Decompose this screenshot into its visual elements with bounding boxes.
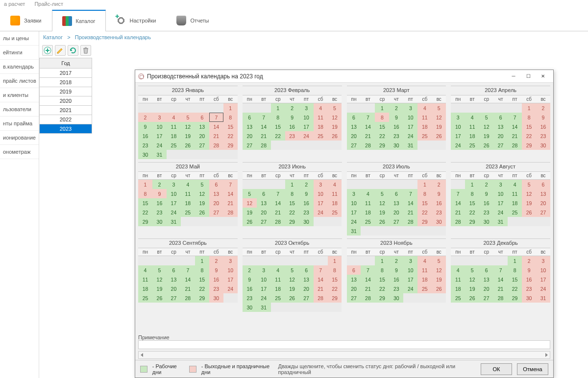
day-cell[interactable]: 12	[195, 189, 209, 198]
day-cell[interactable]: 2	[138, 113, 152, 122]
day-cell[interactable]: 25	[271, 293, 285, 303]
day-cell[interactable]: 12	[522, 189, 536, 198]
day-cell[interactable]: 14	[361, 122, 375, 131]
day-cell[interactable]: 30	[536, 141, 550, 150]
day-cell[interactable]: 25	[314, 131, 328, 141]
day-cell[interactable]: 10	[347, 198, 361, 208]
day-cell[interactable]: 9	[243, 275, 257, 284]
day-cell[interactable]: 9	[389, 113, 403, 122]
day-cell[interactable]: 18	[138, 284, 152, 293]
day-cell[interactable]: 31	[257, 303, 271, 312]
sidebar-item[interactable]: лы и цены	[0, 31, 39, 46]
day-cell[interactable]: 8	[285, 189, 299, 198]
day-cell[interactable]: 6	[493, 113, 508, 122]
day-cell[interactable]: 11	[271, 275, 285, 284]
day-cell[interactable]: 23	[152, 208, 167, 217]
day-cell[interactable]: 6	[195, 113, 209, 122]
day-cell[interactable]: 21	[403, 208, 417, 217]
day-cell[interactable]: 2	[152, 180, 167, 189]
day-cell[interactable]: 14	[209, 122, 223, 131]
day-cell[interactable]: 22	[223, 131, 238, 141]
day-cell[interactable]: 23	[479, 208, 493, 217]
day-cell[interactable]: 23	[432, 208, 446, 217]
day-cell[interactable]: 24	[347, 217, 361, 226]
day-cell[interactable]: 17	[299, 122, 314, 131]
day-cell[interactable]: 1	[465, 180, 479, 189]
day-cell[interactable]: 29	[285, 217, 299, 226]
day-cell[interactable]: 6	[389, 189, 403, 198]
day-cell[interactable]: 19	[522, 198, 536, 208]
day-cell[interactable]: 10	[536, 265, 550, 275]
day-cell[interactable]: 16	[389, 275, 403, 284]
day-cell[interactable]: 17	[403, 275, 417, 284]
day-cell[interactable]: 1	[508, 256, 522, 265]
day-cell[interactable]: 21	[451, 208, 465, 217]
day-cell[interactable]: 4	[314, 103, 328, 113]
day-cell[interactable]: 8	[508, 265, 522, 275]
day-cell[interactable]: 3	[403, 256, 417, 265]
day-cell[interactable]: 23	[299, 208, 314, 217]
day-cell[interactable]: 4	[451, 265, 465, 275]
day-cell[interactable]: 3	[257, 265, 271, 275]
day-cell[interactable]: 24	[493, 208, 508, 217]
day-cell[interactable]: 11	[417, 265, 432, 275]
day-cell[interactable]: 12	[375, 198, 389, 208]
day-cell[interactable]: 8	[223, 113, 238, 122]
day-cell[interactable]: 3	[403, 103, 417, 113]
day-cell[interactable]: 28	[271, 217, 285, 226]
tab-каталог[interactable]: Каталог	[52, 10, 106, 31]
day-cell[interactable]: 4	[417, 103, 432, 113]
day-cell[interactable]: 21	[361, 284, 375, 293]
day-cell[interactable]: 13	[347, 275, 361, 284]
day-cell[interactable]: 24	[451, 141, 465, 150]
day-cell[interactable]: 28	[223, 208, 238, 217]
day-cell[interactable]: 17	[152, 131, 167, 141]
sidebar-item[interactable]: ейтинги	[0, 46, 39, 60]
day-cell[interactable]: 1	[328, 256, 342, 265]
ok-button[interactable]: ОК	[481, 363, 512, 375]
day-cell[interactable]: 23	[536, 131, 550, 141]
day-cell[interactable]: 21	[314, 284, 328, 293]
day-cell[interactable]: 18	[314, 122, 328, 131]
day-cell[interactable]: 26	[243, 217, 257, 226]
day-cell[interactable]: 28	[314, 293, 328, 303]
day-cell[interactable]: 8	[138, 189, 152, 198]
day-cell[interactable]: 23	[389, 131, 403, 141]
day-cell[interactable]: 18	[417, 275, 432, 284]
day-cell[interactable]: 12	[243, 198, 257, 208]
day-cell[interactable]: 27	[389, 217, 403, 226]
day-cell[interactable]: 14	[451, 198, 465, 208]
day-cell[interactable]: 17	[493, 198, 508, 208]
day-cell[interactable]: 27	[493, 141, 508, 150]
day-cell[interactable]: 29	[375, 293, 389, 303]
day-cell[interactable]: 22	[138, 208, 152, 217]
day-cell[interactable]: 30	[152, 217, 167, 226]
day-cell[interactable]: 11	[417, 113, 432, 122]
day-cell[interactable]: 29	[195, 293, 209, 303]
day-cell[interactable]: 6	[299, 265, 314, 275]
day-cell[interactable]: 1	[375, 103, 389, 113]
day-cell[interactable]: 7	[257, 113, 271, 122]
year-row[interactable]: 2023	[39, 124, 92, 134]
day-cell[interactable]: 10	[403, 265, 417, 275]
day-cell[interactable]: 10	[223, 265, 238, 275]
day-cell[interactable]: 29	[508, 293, 522, 303]
sidebar-item[interactable]: льзователи	[0, 102, 39, 117]
day-cell[interactable]: 24	[257, 293, 271, 303]
day-cell[interactable]: 19	[479, 131, 493, 141]
day-cell[interactable]: 29	[417, 217, 432, 226]
day-cell[interactable]: 1	[223, 103, 238, 113]
day-cell[interactable]: 2	[299, 180, 314, 189]
day-cell[interactable]: 23	[522, 284, 536, 293]
day-cell[interactable]: 10	[314, 189, 328, 198]
day-cell[interactable]: 18	[328, 198, 342, 208]
day-cell[interactable]: 15	[465, 198, 479, 208]
day-cell[interactable]: 24	[403, 284, 417, 293]
day-cell[interactable]: 20	[493, 131, 508, 141]
day-cell[interactable]: 4	[181, 180, 195, 189]
day-cell[interactable]: 3	[299, 103, 314, 113]
day-cell[interactable]: 16	[152, 198, 167, 208]
day-cell[interactable]: 27	[195, 141, 209, 150]
day-cell[interactable]: 13	[299, 275, 314, 284]
day-cell[interactable]: 28	[508, 141, 522, 150]
